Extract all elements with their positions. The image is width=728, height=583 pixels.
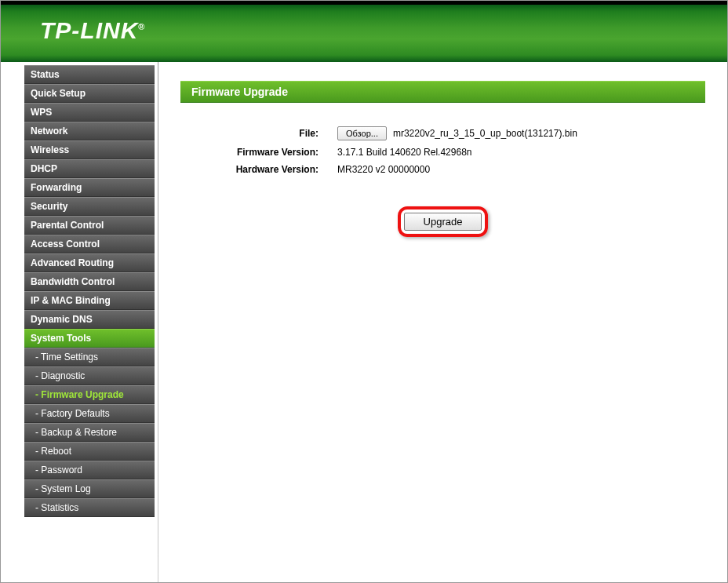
sidebar-item-wps[interactable]: WPS (24, 103, 155, 122)
header-bar: TP-LINK® (1, 1, 727, 62)
sidebar-subitem--diagnostic[interactable]: - Diagnostic (24, 366, 155, 385)
sidebar-subitem--reboot[interactable]: - Reboot (24, 442, 155, 461)
brand-text: TP-LINK (40, 17, 138, 43)
sidebar-item-network[interactable]: Network (24, 122, 155, 140)
upgrade-button-wrap: Upgrade (180, 206, 705, 237)
page-title: Firmware Upgrade (180, 81, 705, 103)
upgrade-button[interactable]: Upgrade (404, 213, 482, 231)
sidebar-subitem--password[interactable]: - Password (24, 461, 155, 479)
firmware-version-value: 3.17.1 Build 140620 Rel.42968n (337, 147, 471, 158)
sidebar-subitem--firmware-upgrade[interactable]: - Firmware Upgrade (24, 385, 155, 404)
sidebar-item-access-control[interactable]: Access Control (24, 235, 155, 253)
hardware-version-row: Hardware Version: MR3220 v2 00000000 (180, 164, 705, 175)
sidebar-item-status[interactable]: Status (24, 65, 155, 84)
sidebar-item-system-tools[interactable]: System Tools (24, 329, 155, 348)
sidebar-subitem--backup-restore[interactable]: - Backup & Restore (24, 423, 155, 442)
sidebar-item-ip-mac-binding[interactable]: IP & MAC Binding (24, 291, 155, 310)
firmware-form: File: Обзор... mr3220v2_ru_3_15_0_up_boo… (180, 126, 705, 175)
sidebar-item-advanced-routing[interactable]: Advanced Routing (24, 253, 155, 272)
sidebar-item-dhcp[interactable]: DHCP (24, 159, 155, 178)
file-name-text: mr3220v2_ru_3_15_0_up_boot(131217).bin (393, 128, 577, 139)
firmware-version-row: Firmware Version: 3.17.1 Build 140620 Re… (180, 147, 705, 158)
main-content: Firmware Upgrade File: Обзор... mr3220v2… (158, 62, 727, 582)
file-label: File: (180, 128, 337, 139)
sidebar-item-wireless[interactable]: Wireless (24, 140, 155, 159)
sidebar-subitem--statistics[interactable]: - Statistics (24, 498, 155, 517)
hardware-version-label: Hardware Version: (180, 164, 337, 175)
sidebar-item-forwarding[interactable]: Forwarding (24, 178, 155, 197)
sidebar-item-security[interactable]: Security (24, 197, 155, 216)
firmware-version-label: Firmware Version: (180, 147, 337, 158)
sidebar-subitem--system-log[interactable]: - System Log (24, 479, 155, 498)
sidebar-item-bandwidth-control[interactable]: Bandwidth Control (24, 272, 155, 291)
registered-mark: ® (138, 22, 145, 31)
highlight-annotation: Upgrade (398, 206, 489, 237)
file-row: File: Обзор... mr3220v2_ru_3_15_0_up_boo… (180, 126, 705, 140)
browse-button[interactable]: Обзор... (337, 126, 387, 140)
sidebar-item-quick-setup[interactable]: Quick Setup (24, 84, 155, 103)
sidebar-item-parental-control[interactable]: Parental Control (24, 216, 155, 235)
brand-logo: TP-LINK® (40, 17, 145, 44)
sidebar-item-dynamic-dns[interactable]: Dynamic DNS (24, 310, 155, 329)
sidebar-subitem--time-settings[interactable]: - Time Settings (24, 348, 155, 366)
sidebar-nav: StatusQuick SetupWPSNetworkWirelessDHCPF… (1, 62, 158, 582)
hardware-version-value: MR3220 v2 00000000 (337, 164, 430, 175)
sidebar-subitem--factory-defaults[interactable]: - Factory Defaults (24, 404, 155, 423)
